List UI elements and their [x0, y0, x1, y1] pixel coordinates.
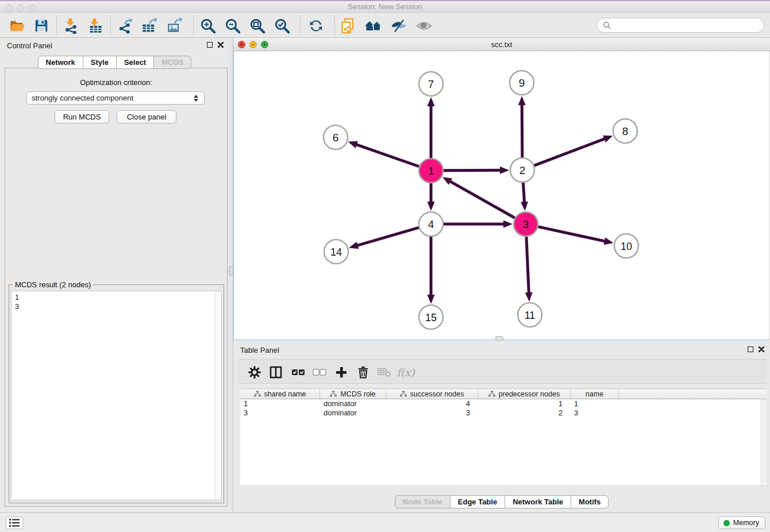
table-toolbar: f(x) [238, 359, 767, 384]
tab-network[interactable]: Network [38, 56, 83, 69]
mcds-result-lines: 13 [11, 291, 221, 311]
table-scrollbar[interactable] [761, 399, 767, 485]
tab-style[interactable]: Style [83, 56, 117, 69]
toolbar-separator [300, 16, 301, 35]
task-history-button[interactable] [6, 516, 23, 529]
node-label-8: 8 [622, 125, 629, 137]
column-header-shared-name[interactable]: shared name [240, 389, 320, 399]
edge-2-3[interactable] [523, 183, 524, 203]
close-panel-icon[interactable] [218, 42, 224, 48]
column-header-name[interactable]: name [571, 389, 619, 399]
tab-network-table[interactable]: Network Table [505, 495, 571, 508]
edge-arrowhead [603, 136, 613, 142]
export-network-icon[interactable] [116, 17, 134, 35]
edge-arrowhead [604, 237, 614, 245]
hierarchy-icon [254, 391, 261, 397]
zoom-fit-icon[interactable] [248, 17, 267, 35]
hierarchy-icon [330, 391, 337, 397]
tab-node-table[interactable]: Node Table [395, 495, 451, 508]
node-label-6: 6 [333, 132, 339, 144]
vertical-splitter[interactable] [229, 38, 233, 512]
toolbar-separator [334, 16, 335, 35]
delete-column-icon[interactable] [354, 363, 372, 381]
network-canvas[interactable]: 1234678910111415 [233, 51, 770, 340]
canvas-resize-grip[interactable] [495, 336, 503, 341]
export-image-icon[interactable] [165, 17, 184, 35]
refresh-icon[interactable] [307, 17, 325, 35]
export-table-icon[interactable] [140, 17, 159, 35]
cell-name[interactable]: 3 [571, 408, 619, 418]
toolbar-separator [110, 16, 111, 35]
function-builder-icon[interactable]: f(x) [396, 363, 415, 381]
mcds-result-textarea[interactable]: 13 [11, 291, 222, 500]
tab-select[interactable]: Select [116, 56, 154, 69]
cell-mcds-role[interactable]: dominator [320, 408, 386, 418]
edge-1-6[interactable] [356, 144, 419, 167]
search-input[interactable] [614, 21, 758, 30]
deselect-all-columns-icon[interactable] [310, 363, 329, 381]
edge-3-11[interactable] [526, 237, 529, 294]
column-header-mcds-role[interactable]: MCDS role [320, 389, 386, 399]
cell-predecessor-nodes[interactable]: 2 [478, 408, 571, 418]
edge-4-14[interactable] [357, 228, 419, 246]
run-mcds-button[interactable]: Run MCDS [55, 110, 109, 124]
list-icon [9, 519, 20, 527]
close-panel-button[interactable]: Close panel [117, 110, 176, 124]
zoom-out-icon[interactable] [224, 17, 242, 35]
control-panel: Control Panel NetworkStyleSelectMCDS Opt… [0, 38, 229, 512]
node-table: shared nameMCDS rolesuccessor nodesprede… [240, 388, 767, 486]
tab-edge-table[interactable]: Edge Table [450, 495, 505, 508]
optimization-criterion-label: Optimization criterion: [5, 78, 227, 87]
control-panel-title: Control Panel [7, 41, 52, 50]
select-all-columns-icon[interactable] [289, 363, 307, 381]
splitter-grip[interactable] [229, 267, 233, 276]
cell-shared-name[interactable]: 1 [240, 399, 320, 408]
edge-2-9[interactable] [522, 104, 522, 157]
result-scrollbar[interactable] [215, 291, 221, 500]
import-table-icon[interactable] [86, 17, 105, 35]
column-header-predecessor-nodes[interactable]: predecessor nodes [478, 389, 571, 399]
import-network-icon[interactable] [62, 17, 80, 35]
tab-motifs[interactable]: Motifs [571, 495, 609, 508]
show-all-icon[interactable] [415, 17, 433, 35]
cell-mcds-role[interactable]: dominator [320, 399, 386, 408]
tab-mcds[interactable]: MCDS [153, 56, 191, 69]
edge-arrowhead [348, 141, 358, 148]
edge-arrowhead [428, 295, 435, 304]
edge-3-1[interactable] [449, 181, 515, 218]
hide-selected-icon[interactable] [390, 17, 408, 35]
cell-predecessor-nodes[interactable]: 1 [478, 399, 571, 408]
search-box [596, 18, 764, 33]
edge-3-10[interactable] [538, 227, 605, 241]
memory-button[interactable]: Memory [718, 516, 765, 529]
column-header-successor-nodes[interactable]: successor nodes [386, 389, 478, 399]
table-panel-title: Table Panel [240, 346, 279, 354]
zoom-selected-icon[interactable] [273, 17, 291, 35]
window-title: Session: New Session [0, 2, 770, 11]
float-panel-icon[interactable] [207, 42, 213, 48]
cell-successor-nodes[interactable]: 3 [386, 408, 478, 418]
save-session-icon[interactable] [32, 17, 51, 35]
cell-successor-nodes[interactable]: 4 [386, 399, 478, 408]
criterion-dropdown[interactable]: strongly connected component [26, 91, 205, 105]
float-table-panel-icon[interactable] [748, 346, 753, 352]
node-label-3: 3 [523, 218, 529, 230]
add-column-icon[interactable] [332, 363, 351, 381]
zoom-in-icon[interactable] [199, 17, 217, 35]
edge-1-2[interactable] [444, 170, 501, 171]
split-view-icon[interactable] [267, 363, 285, 381]
close-table-panel-icon[interactable] [759, 346, 764, 352]
edge-arrowhead [521, 202, 528, 211]
cell-name[interactable]: 1 [571, 399, 619, 408]
memory-status-dot [723, 520, 730, 526]
cell-shared-name[interactable]: 3 [240, 408, 320, 418]
delete-table-icon[interactable] [375, 363, 394, 381]
table-settings-icon[interactable] [245, 363, 264, 381]
table-row[interactable]: 1dominator411 [240, 399, 767, 408]
edge-arrowhead [503, 221, 513, 228]
open-file-icon[interactable] [8, 17, 26, 35]
first-neighbors-icon[interactable] [364, 17, 383, 35]
clone-network-icon[interactable] [339, 17, 357, 35]
table-row[interactable]: 3dominator323 [240, 408, 767, 418]
edge-2-8[interactable] [534, 138, 606, 165]
